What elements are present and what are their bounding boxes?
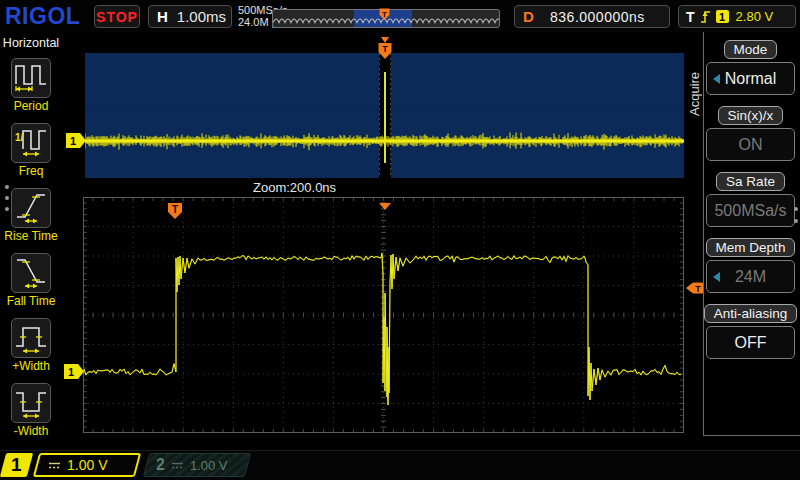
oscilloscope-screen: RIGOL STOP H 1.00ms 500MSa/s 24.0M pts T… [0,0,800,480]
channel2-scale-box[interactable]: 2 1.00 V [143,453,251,477]
rising-edge-icon [700,9,711,24]
status-bar: RIGOL STOP H 1.00ms 500MSa/s 24.0M pts T… [0,0,800,32]
fall-time-icon [14,255,48,292]
horizontal-scale-value: 1.00ms [177,8,226,25]
softkey-anti-aliasing[interactable]: Anti-aliasing OFF [706,304,795,359]
softkey-sample-rate[interactable]: Sa Rate 500MSa/s [706,172,795,227]
menu-page-dot [794,219,798,223]
menu-divider [703,32,704,435]
dc-coupling-icon [48,461,61,470]
channel1-marker-zoom[interactable]: 1 [64,364,84,379]
svg-text:T: T [172,204,178,215]
delay-label: D [523,8,534,25]
softkey-mode[interactable]: Mode Normal [706,40,795,95]
run-state-badge[interactable]: STOP [94,5,140,28]
delay-value: 836.000000ns [534,9,661,25]
measure-menu-title: Horizontal [0,36,62,50]
svg-text:T: T [382,44,388,54]
menu-page-dot [5,185,9,189]
trigger-label: T [686,9,695,25]
acquire-menu: Acquire Mode Normal Sin(x)/x ON Sa Rate … [690,32,800,450]
menu-page-dot [5,207,9,211]
svg-text:T: T [382,10,387,19]
negative-width-icon [14,385,48,422]
dc-coupling-icon [171,461,184,470]
trigger-level-value: 2.80 V [736,9,774,24]
menu-divider [703,435,800,436]
trigger-position-badge-overview[interactable]: T [377,37,393,64]
channel1-badge[interactable]: 1 [0,453,33,477]
horizontal-scale-box[interactable]: H 1.00ms [148,5,232,28]
acquire-menu-tab: Acquire [687,52,702,136]
trigger-source-badge: 1 [716,10,729,23]
svg-text:1/: 1/ [15,132,24,143]
left-arrow-icon [713,74,720,84]
period-icon [14,60,48,97]
channel-status-bar: 1 1.00 V 2 1.00 V [0,450,800,480]
menu-page-dot [794,207,798,211]
rise-time-icon [14,190,48,227]
channel1-scale-box[interactable]: 1.00 V [33,453,141,477]
delay-readout[interactable]: D 836.000000ns [514,5,670,28]
rigol-logo: RIGOL [5,3,80,30]
left-arrow-icon [713,272,720,282]
trigger-position-badge-zoom[interactable]: T [167,202,183,224]
zoom-overview-plot [85,53,684,178]
waveform-preview-strip[interactable]: T [272,9,500,28]
menu-page-dot [5,196,9,200]
horizontal-label: H [157,8,168,25]
channel1-marker-overview[interactable]: 1 [66,133,86,148]
trigger-readout[interactable]: T 1 2.80 V [678,5,796,28]
softkey-mem-depth[interactable]: Mem Depth 24M [706,238,795,293]
positive-width-icon [14,320,48,357]
measure-menu: Horizontal Period 1/ Freq Rise Time Fall… [0,32,62,450]
softkey-sinx-x[interactable]: Sin(x)/x ON [706,106,795,161]
zoom-window-plot [83,197,684,433]
frequency-icon: 1/ [14,125,48,162]
zoom-center-marker [379,197,391,215]
zoom-scale-label: Zoom:200.0ns [253,180,336,195]
